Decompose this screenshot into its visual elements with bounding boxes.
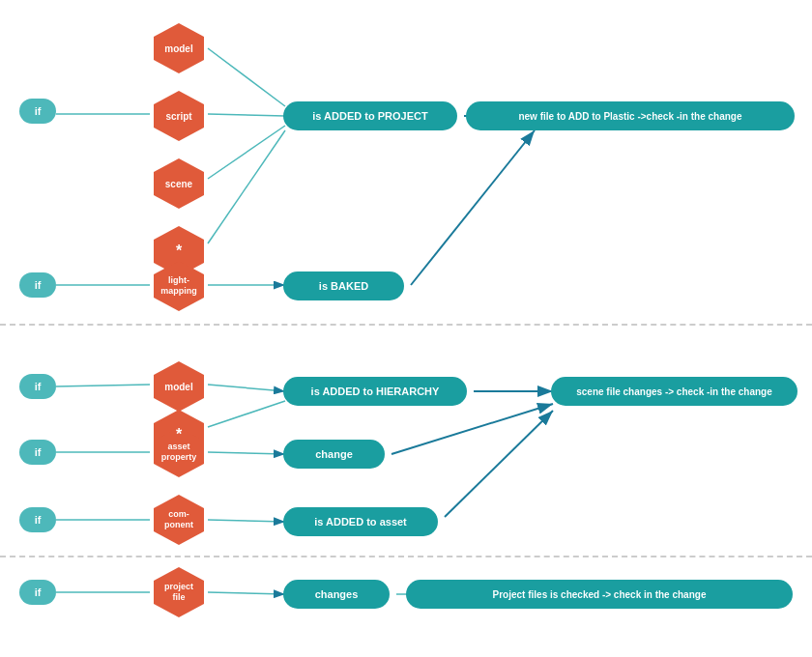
main-canvas: if model script scene * is ADDED to PROJ…: [0, 0, 812, 657]
project-files-checked: Project files is checked -> check in the…: [406, 580, 793, 609]
changes-pill: changes: [283, 580, 390, 609]
added-to-hierarchy: is ADDED to HIERARCHY: [283, 377, 467, 406]
svg-line-0: [208, 48, 285, 106]
svg-line-8: [411, 130, 535, 285]
change-pill: change: [283, 440, 385, 469]
hex-project-file: projectfile: [150, 565, 208, 619]
if-node-3: if: [19, 374, 56, 399]
script-label: script: [165, 111, 191, 122]
asset-property-label: assetproperty: [161, 442, 197, 463]
svg-line-9: [56, 385, 150, 386]
scene-file-changes: scene file changes -> check -in the chan…: [551, 377, 798, 406]
hex-model-2: model: [150, 359, 208, 414]
hex-script: script: [150, 89, 208, 143]
added-to-asset: is ADDED to asset: [283, 507, 438, 536]
project-file-label: projectfile: [164, 582, 193, 603]
component-label: com-ponent: [164, 509, 193, 530]
added-to-project: is ADDED to PROJECT: [283, 101, 457, 130]
if-node-4: if: [19, 440, 56, 465]
lightmapping-label: light-mapping: [160, 275, 197, 297]
model-label-1: model: [164, 43, 192, 54]
svg-line-2: [208, 126, 285, 179]
svg-line-11: [208, 401, 285, 427]
hex-component: com-ponent: [150, 493, 208, 547]
svg-line-17: [208, 520, 285, 522]
if-node-2: if: [19, 272, 56, 298]
new-file-add-plastic: new file to ADD to Plastic ->check -in t…: [466, 101, 795, 130]
star-label-1: *: [176, 243, 182, 260]
model-label-2: model: [164, 382, 192, 392]
svg-line-18: [445, 411, 553, 517]
svg-line-14: [208, 452, 285, 454]
arrows-layer: [0, 0, 812, 657]
hex-scene: scene: [150, 157, 208, 211]
if-node-1: if: [19, 99, 56, 124]
hex-lightmapping: light-mapping: [150, 259, 208, 313]
svg-line-1: [208, 114, 285, 116]
hex-model-1: model: [150, 21, 208, 75]
is-baked: is BAKED: [283, 271, 404, 300]
svg-line-15: [392, 404, 553, 454]
separator-1: [0, 324, 812, 326]
svg-line-20: [208, 592, 285, 594]
svg-line-10: [208, 385, 285, 391]
if-node-5: if: [19, 507, 56, 532]
scene-label: scene: [165, 179, 192, 189]
separator-2: [0, 556, 812, 557]
if-node-6: if: [19, 580, 56, 605]
svg-line-3: [208, 130, 285, 243]
